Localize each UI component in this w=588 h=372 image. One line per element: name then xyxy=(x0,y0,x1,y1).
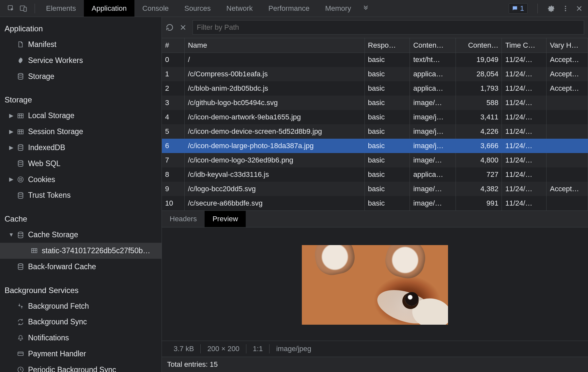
table-header[interactable]: Name xyxy=(184,38,364,53)
tab-elements[interactable]: Elements xyxy=(38,0,84,17)
table-cell: 11/24/… xyxy=(502,67,547,81)
sidebar-item-notifications[interactable]: Notifications xyxy=(0,330,162,346)
table-row[interactable]: 4/c/icon-demo-artwork-9eba1655.jpgbasici… xyxy=(162,110,588,124)
device-toolbar-icon[interactable] xyxy=(20,5,27,12)
table-cell: /c/icon-demo-device-screen-5d52d8b9.jpg xyxy=(184,124,364,139)
sidebar-item-payment-handler[interactable]: Payment Handler xyxy=(0,346,162,362)
kebab-menu-icon[interactable] xyxy=(562,5,569,12)
sidebar-item-trust-tokens[interactable]: Trust Tokens xyxy=(0,187,162,203)
table-row[interactable]: 0/basictext/ht…19,04911/24/…Accept… xyxy=(162,53,588,67)
tab-performance[interactable]: Performance xyxy=(260,0,317,17)
table-header[interactable]: # xyxy=(162,38,184,53)
table-row[interactable]: 6/c/icon-demo-large-photo-18da387a.jpgba… xyxy=(162,139,588,153)
arrow-down-icon: ▼ xyxy=(8,230,14,239)
preview-mime: image/jpeg xyxy=(270,345,318,353)
detail-tab-preview[interactable]: Preview xyxy=(205,211,246,227)
sidebar-item-indexeddb[interactable]: ▶IndexedDB xyxy=(0,140,162,156)
settings-icon[interactable] xyxy=(548,5,555,12)
table-cell: 4 xyxy=(162,110,184,124)
issues-chip[interactable]: 1 xyxy=(509,3,528,14)
preview-dimensions: 200 × 200 xyxy=(201,345,246,353)
sidebar-item-label: Cache Storage xyxy=(28,229,78,241)
table-cell: image/j… xyxy=(410,110,456,124)
tab-memory[interactable]: Memory xyxy=(317,0,359,17)
delete-icon[interactable] xyxy=(179,24,187,31)
table-cell: basic xyxy=(364,182,410,196)
table-cell: 0 xyxy=(162,53,184,67)
tab-sources[interactable]: Sources xyxy=(177,0,219,17)
sidebar-item-local-storage[interactable]: ▶Local Storage xyxy=(0,108,162,124)
sidebar-item-session-storage[interactable]: ▶Session Storage xyxy=(0,124,162,140)
table-cell: applica… xyxy=(410,67,456,81)
table-row[interactable]: 2/c/blob-anim-2db05bdc.jsbasicapplica…1,… xyxy=(162,81,588,96)
sidebar-item-label: Payment Handler xyxy=(28,348,86,360)
table-cell: 3,411 xyxy=(456,110,502,124)
inspect-element-icon[interactable] xyxy=(7,5,15,12)
table-row[interactable]: 7/c/icon-demo-logo-326ed9b6.pngbasicimag… xyxy=(162,153,588,167)
tab-console[interactable]: Console xyxy=(134,0,177,17)
sidebar-item-cache-storage[interactable]: ▼Cache Storage xyxy=(0,227,162,243)
bell-icon xyxy=(16,334,25,342)
filter-input[interactable] xyxy=(193,20,584,35)
cache-storage-panel: #NameRespo…Conten…Conten…Time C…Vary H… … xyxy=(162,17,588,372)
table-row[interactable]: 5/c/icon-demo-device-screen-5d52d8b9.jpg… xyxy=(162,124,588,139)
refresh-icon[interactable] xyxy=(166,23,174,31)
sidebar-item-back-forward-cache[interactable]: Back-forward Cache xyxy=(0,259,162,275)
sidebar-item-background-sync[interactable]: Background Sync xyxy=(0,314,162,330)
table-header[interactable]: Vary H… xyxy=(547,38,588,53)
entry-preview-area: 3.7 kB 200 × 200 1:1 image/jpeg Total en… xyxy=(162,227,588,372)
table-row[interactable]: 10/c/secure-a66bbdfe.svgbasicimage/…9911… xyxy=(162,196,588,210)
table-cell: text/ht… xyxy=(410,53,456,67)
svg-point-23 xyxy=(20,180,20,181)
svg-point-21 xyxy=(19,178,20,179)
svg-point-26 xyxy=(18,232,23,234)
table-row[interactable]: 3/c/github-logo-bc05494c.svgbasicimage/…… xyxy=(162,96,588,110)
table-cell: 5 xyxy=(162,124,184,139)
detail-tab-headers[interactable]: Headers xyxy=(162,211,205,227)
table-cell: 10 xyxy=(162,196,184,210)
table-row[interactable]: 1/c/Compress-00b1eafa.jsbasicapplica…28,… xyxy=(162,67,588,81)
arrow-right-icon: ▶ xyxy=(8,175,14,184)
sidebar-subitem[interactable]: static-3741017226db5c27f50b… xyxy=(0,243,162,259)
sidebar-item-manifest[interactable]: Manifest xyxy=(0,37,162,53)
table-header[interactable]: Time C… xyxy=(502,38,547,53)
more-tabs-icon[interactable] xyxy=(359,5,373,12)
preview-canvas xyxy=(162,227,588,341)
table-cell: /c/secure-a66bbdfe.svg xyxy=(184,196,364,210)
table-header[interactable]: Conten… xyxy=(410,38,456,53)
clock-icon xyxy=(16,366,25,372)
sidebar-item-label: Session Storage xyxy=(28,126,83,138)
table-row[interactable]: 9/c/logo-bcc20dd5.svgbasicimage/…4,38211… xyxy=(162,182,588,196)
panel-tabs: ElementsApplicationConsoleSourcesNetwork… xyxy=(38,0,359,17)
table-cell: Accept… xyxy=(547,53,588,67)
table-cell xyxy=(547,110,588,124)
cache-toolbar xyxy=(162,17,588,38)
sidebar-item-background-fetch[interactable]: Background Fetch xyxy=(0,298,162,314)
sidebar-item-label: Background Fetch xyxy=(28,300,89,312)
sidebar-item-periodic-background-sync[interactable]: Periodic Background Sync xyxy=(0,362,162,372)
sidebar-item-service-workers[interactable]: Service Workers xyxy=(0,53,162,69)
svg-rect-27 xyxy=(32,249,37,253)
table-icon xyxy=(16,112,25,119)
preview-image xyxy=(302,245,448,325)
sidebar-item-storage[interactable]: Storage xyxy=(0,69,162,85)
table-cell: 727 xyxy=(456,167,502,182)
table-row[interactable]: 8/c/idb-keyval-c33d3116.jsbasicapplica…7… xyxy=(162,167,588,182)
database-icon xyxy=(16,160,25,167)
tab-network[interactable]: Network xyxy=(219,0,261,17)
cache-entries-table: #NameRespo…Conten…Conten…Time C…Vary H… … xyxy=(162,38,588,211)
tab-application[interactable]: Application xyxy=(84,0,135,17)
divider xyxy=(537,4,538,13)
sidebar-item-web-sql[interactable]: Web SQL xyxy=(0,156,162,172)
table-cell: /c/github-logo-bc05494c.svg xyxy=(184,96,364,110)
close-devtools-icon[interactable] xyxy=(576,5,583,12)
table-header[interactable]: Conten… xyxy=(456,38,502,53)
divider xyxy=(35,4,35,13)
table-cell: image/j… xyxy=(410,139,456,153)
sidebar-item-cookies[interactable]: ▶Cookies xyxy=(0,172,162,188)
table-cell: image/… xyxy=(410,153,456,167)
table-header[interactable]: Respo… xyxy=(364,38,410,53)
svg-point-19 xyxy=(18,161,23,163)
table-cell: /c/blob-anim-2db05bdc.js xyxy=(184,81,364,96)
database-icon xyxy=(16,263,25,270)
